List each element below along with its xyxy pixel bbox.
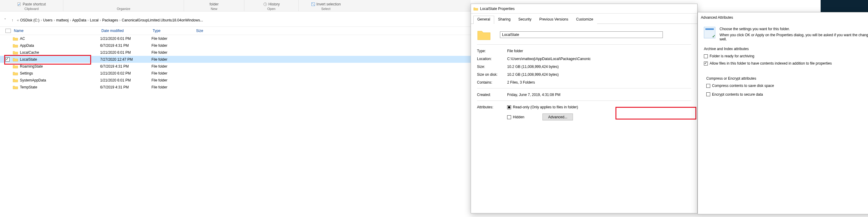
ribbon: Paste shortcut Clipboard Organize folder…	[0, 0, 471, 11]
row-name: Settings	[20, 71, 100, 75]
history-item[interactable]: History	[263, 2, 280, 6]
properties-title-text: LocalState Properties	[480, 7, 515, 11]
paste-shortcut-item[interactable]: Paste shortcut	[17, 2, 46, 6]
table-row[interactable]: SystemAppData 1/21/2020 6:01 PM File fol…	[0, 77, 471, 84]
sizedisk-value: 10.2 GB (11,008,999,424 bytes)	[507, 72, 559, 77]
crumb-2[interactable]: mattwoj	[56, 18, 68, 22]
ribbon-group-open: History Open	[244, 0, 299, 11]
new-group-label: New	[211, 7, 217, 10]
compress-checkbox[interactable]	[706, 84, 710, 88]
folder-icon	[13, 78, 18, 83]
index-checkbox[interactable]	[704, 62, 708, 65]
ribbon-group-select: Invert selection Select	[299, 0, 353, 11]
archive-checkbox[interactable]	[704, 54, 708, 58]
encrypt-checkbox[interactable]	[706, 92, 710, 96]
folder-icon	[13, 43, 18, 48]
row-checkbox[interactable]	[5, 57, 10, 62]
row-type: File folder	[151, 85, 195, 89]
hidden-label: Hidden	[513, 115, 524, 119]
new-folder-sublabel: folder	[209, 2, 218, 6]
hidden-checkbox[interactable]	[507, 115, 511, 119]
tab-security[interactable]: Security	[515, 16, 535, 24]
folder-name-input[interactable]	[500, 31, 663, 38]
size-label: Size:	[477, 65, 507, 69]
advanced-button[interactable]: Advanced...	[542, 114, 573, 120]
table-row[interactable]: AC 1/21/2020 6:01 PM File folder	[0, 35, 471, 42]
crumb-6[interactable]: CanonicalGroupLimited.Ubuntu18.04onWindo…	[122, 18, 203, 22]
attributes-label: Attributes:	[477, 105, 507, 109]
crumb-0[interactable]: OSDisk (C:)	[20, 18, 39, 22]
row-date: 1/21/2020 6:02 PM	[100, 71, 151, 75]
table-row[interactable]: RoamingState 6/7/2019 4:31 PM File folde…	[0, 63, 471, 70]
row-date: 1/21/2020 6:01 PM	[100, 51, 151, 55]
row-name: SystemAppData	[20, 78, 100, 83]
row-checkbox[interactable]	[5, 51, 10, 55]
col-type[interactable]: Type	[153, 29, 196, 33]
row-checkbox[interactable]	[5, 71, 10, 75]
table-row[interactable]: LocalState 7/27/2020 12:47 PM File folde…	[0, 56, 471, 63]
tab-sharing[interactable]: Sharing	[494, 16, 515, 24]
row-name: AppData	[20, 43, 100, 48]
advattr-body: Choose the settings you want for this fo…	[698, 23, 868, 132]
location-value: C:\Users\mattwoj\AppData\Local\Packages\…	[507, 57, 591, 61]
type-label: Type:	[477, 49, 507, 53]
breadcrumb[interactable]: « OSDisk (C:)› Users› mattwoj› AppData› …	[17, 18, 203, 22]
tab-general[interactable]: General	[473, 16, 494, 24]
folder-icon	[13, 57, 18, 62]
chevron-right-icon: ›	[41, 18, 42, 22]
row-date: 1/21/2020 6:01 PM	[100, 36, 151, 41]
row-checkbox[interactable]	[5, 64, 10, 68]
advattr-titlebar[interactable]: Advanced Attributes ✕	[698, 12, 868, 23]
invert-selection-item[interactable]: Invert selection	[311, 2, 341, 6]
properties-titlebar[interactable]: LocalState Properties	[471, 4, 697, 13]
folder-icon	[473, 7, 478, 11]
row-checkbox[interactable]	[5, 43, 10, 48]
crumb-4[interactable]: Local	[90, 18, 99, 22]
col-size[interactable]: Size	[196, 29, 232, 33]
select-all-checkbox[interactable]	[5, 29, 11, 33]
properties-body: Type:File folder Location:C:\Users\mattw…	[471, 24, 697, 129]
nav-up-icon[interactable]: ↑	[10, 18, 15, 23]
readonly-checkbox[interactable]	[507, 105, 511, 109]
advattr-title-text: Advanced Attributes	[701, 16, 733, 20]
table-row[interactable]: TempState 6/7/2019 4:31 PM File folder	[0, 84, 471, 91]
col-name[interactable]: Name	[14, 29, 101, 33]
row-checkbox[interactable]	[5, 36, 10, 41]
row-type: File folder	[151, 71, 195, 75]
new-folder-item[interactable]: folder	[209, 2, 218, 6]
row-date: 1/21/2020 6:01 PM	[100, 78, 151, 83]
table-row[interactable]: LocalCache 1/21/2020 6:01 PM File folder	[0, 49, 471, 56]
row-type: File folder	[151, 78, 195, 83]
chevron-right-icon: ›	[119, 18, 120, 22]
type-value: File folder	[507, 49, 523, 53]
folder-icon	[13, 64, 18, 68]
row-type: File folder	[151, 64, 195, 68]
crumb-1[interactable]: Users	[43, 18, 53, 22]
compress-group-label: Compress or Encrypt attributes	[706, 76, 868, 81]
col-date[interactable]: Date modified	[101, 29, 153, 33]
open-group-label: Open	[267, 7, 275, 10]
folder-icon	[13, 51, 18, 55]
nav-back-icon[interactable]: ˅	[2, 18, 8, 23]
folder-large-icon	[477, 29, 491, 41]
readonly-label: Read-only (Only applies to files in fold…	[513, 105, 578, 109]
crumb-5[interactable]: Packages	[102, 18, 118, 22]
table-row[interactable]: AppData 6/7/2019 4:31 PM File folder	[0, 42, 471, 49]
row-date: 7/27/2020 12:47 PM	[100, 57, 151, 62]
invert-label: Invert selection	[316, 2, 341, 6]
history-label: History	[269, 2, 280, 6]
tab-customize[interactable]: Customize	[572, 16, 597, 24]
archive-group-label: Archive and Index attributes	[704, 47, 868, 51]
crumb-3[interactable]: AppData	[72, 18, 86, 22]
row-checkbox[interactable]	[5, 85, 10, 89]
breadcrumb-prefix: «	[17, 18, 19, 22]
row-checkbox[interactable]	[5, 78, 10, 83]
created-label: Created:	[477, 93, 507, 97]
advanced-attributes-dialog: Advanced Attributes ✕ Choose the setting…	[698, 12, 868, 214]
table-row[interactable]: Settings 1/21/2020 6:02 PM File folder	[0, 70, 471, 77]
settings-sheet-icon	[704, 27, 715, 38]
properties-tabs: General Sharing Security Previous Versio…	[471, 16, 697, 24]
row-name: LocalCache	[20, 51, 100, 55]
chevron-right-icon: ›	[70, 18, 71, 22]
tab-previous-versions[interactable]: Previous Versions	[535, 16, 572, 24]
